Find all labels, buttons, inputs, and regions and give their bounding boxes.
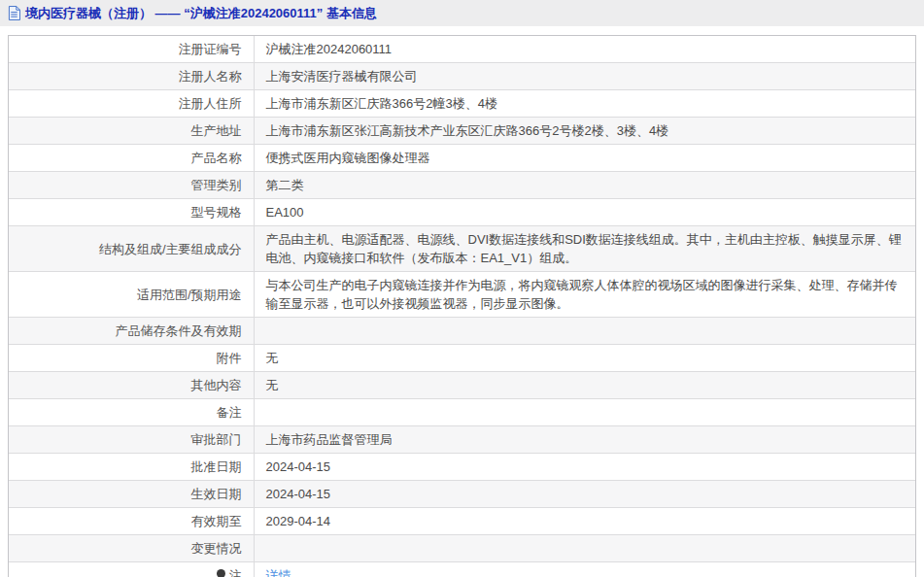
row-value: 上海市药品监督管理局 [254, 426, 915, 454]
row-label: 适用范围/预期用途 [9, 272, 254, 318]
table-row: 产品名称 便携式医用内窥镜图像处理器 [9, 145, 915, 172]
row-label: 产品名称 [9, 145, 254, 172]
table-row: 注册人住所 上海市浦东新区汇庆路366号2幢3楼、4楼 [9, 90, 915, 118]
table-row: 管理类别 第二类 [9, 172, 915, 199]
row-label: 生效日期 [9, 481, 254, 508]
row-label: 注册人住所 [9, 90, 254, 118]
row-value: 第二类 [254, 172, 915, 199]
row-label: 管理类别 [9, 172, 254, 199]
row-label: 审批部门 [9, 426, 254, 454]
info-table-container: 注册证编号 沪械注准20242060111 注册人名称 上海安清医疗器械有限公司… [8, 35, 916, 577]
table-row: 审批部门 上海市药品监督管理局 [9, 426, 915, 454]
table-row: 型号规格 EA100 [9, 199, 915, 226]
row-value: 沪械注准20242060111 [254, 36, 915, 63]
row-label: 注册证编号 [9, 36, 254, 63]
row-label: 其他内容 [9, 372, 254, 399]
row-label: 变更情况 [9, 535, 254, 562]
row-label: 备注 [9, 399, 254, 426]
row-label: 结构及组成/主要组成成分 [9, 226, 254, 272]
table-row: 附件 无 [9, 345, 915, 372]
row-value: 详情 [254, 562, 915, 577]
row-label: 附件 [9, 345, 254, 372]
row-value: 上海市浦东新区张江高新技术产业东区汇庆路366号2号楼2楼、3楼、4楼 [254, 118, 915, 145]
info-table-body: 注册证编号 沪械注准20242060111 注册人名称 上海安清医疗器械有限公司… [9, 36, 915, 577]
row-label: 注 [9, 562, 254, 577]
table-row: 有效期至 2029-04-14 [9, 508, 915, 535]
row-value [254, 399, 915, 426]
row-label: 产品储存条件及有效期 [9, 318, 254, 345]
table-row: 批准日期 2024-04-15 [9, 454, 915, 481]
row-value [254, 535, 915, 562]
row-label: 生产地址 [9, 118, 254, 145]
row-value: 无 [254, 345, 915, 372]
row-value: 无 [254, 372, 915, 399]
table-row: 注 详情 [9, 562, 915, 577]
row-label: 注册人名称 [9, 63, 254, 90]
lightbulb-icon [217, 569, 225, 577]
row-value: EA100 [254, 199, 915, 226]
details-link[interactable]: 详情 [266, 568, 291, 577]
page-header: 境内医疗器械（注册） —— “沪械注准20242060111” 基本信息 [0, 0, 924, 26]
table-row: 适用范围/预期用途 与本公司生产的电子内窥镜连接并作为电源，将内窥镜观察人体体腔… [9, 272, 915, 318]
row-value: 2029-04-14 [254, 508, 915, 535]
page-title: 境内医疗器械（注册） —— “沪械注准20242060111” 基本信息 [25, 5, 377, 22]
row-value: 产品由主机、电源适配器、电源线、DVI数据连接线和SDI数据连接线组成。其中，主… [254, 226, 915, 272]
table-row: 产品储存条件及有效期 [9, 318, 915, 345]
table-row: 备注 [9, 399, 915, 426]
row-label: 批准日期 [9, 454, 254, 481]
row-value: 上海市浦东新区汇庆路366号2幢3楼、4楼 [254, 90, 915, 118]
table-row: 结构及组成/主要组成成分 产品由主机、电源适配器、电源线、DVI数据连接线和SD… [9, 226, 915, 272]
row-label: 有效期至 [9, 508, 254, 535]
table-row: 注册人名称 上海安清医疗器械有限公司 [9, 63, 915, 90]
row-value: 2024-04-15 [254, 454, 915, 481]
table-row: 变更情况 [9, 535, 915, 562]
row-value: 便携式医用内窥镜图像处理器 [254, 145, 915, 172]
table-row: 生效日期 2024-04-15 [9, 481, 915, 508]
row-label: 型号规格 [9, 199, 254, 226]
row-value: 上海安清医疗器械有限公司 [254, 63, 915, 90]
table-row: 生产地址 上海市浦东新区张江高新技术产业东区汇庆路366号2号楼2楼、3楼、4楼 [9, 118, 915, 145]
row-value [254, 318, 915, 345]
row-value: 与本公司生产的电子内窥镜连接并作为电源，将内窥镜观察人体体腔的视场区域的图像进行… [254, 272, 915, 318]
row-value: 2024-04-15 [254, 481, 915, 508]
info-table: 注册证编号 沪械注准20242060111 注册人名称 上海安清医疗器械有限公司… [9, 36, 915, 577]
document-icon [8, 6, 20, 20]
table-row: 注册证编号 沪械注准20242060111 [9, 36, 915, 63]
table-row: 其他内容 无 [9, 372, 915, 399]
